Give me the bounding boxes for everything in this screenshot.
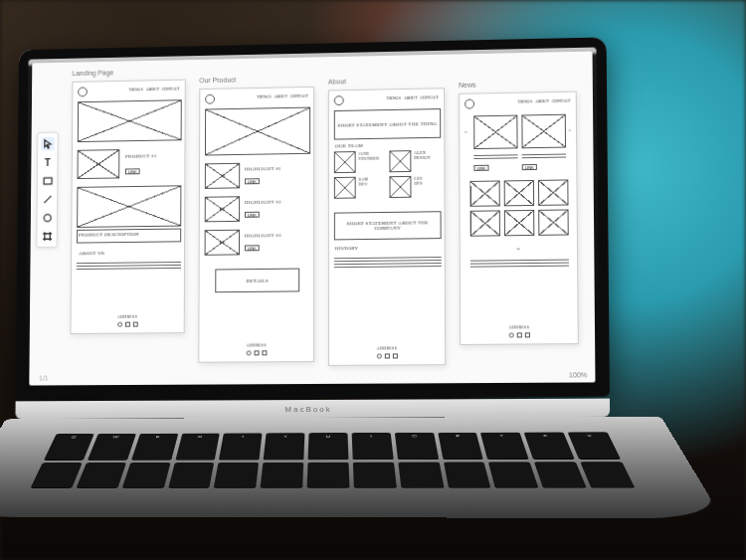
nav-item[interactable]: THINGS bbox=[257, 94, 271, 99]
text-tool[interactable]: T bbox=[41, 155, 55, 169]
square-icon bbox=[42, 175, 53, 186]
nav-item[interactable]: THINGS bbox=[386, 95, 401, 100]
nav-item[interactable]: THINGS bbox=[517, 98, 532, 103]
member-role: OPS bbox=[414, 181, 422, 186]
team-label: OUR TEAM bbox=[335, 143, 363, 148]
footer-label: ADDRESS bbox=[508, 324, 529, 329]
product-thumb bbox=[78, 149, 120, 179]
cta-button[interactable]: LINK bbox=[125, 168, 140, 174]
cta-button[interactable]: LINK bbox=[245, 212, 260, 218]
highlight-1: HIGHLIGHT #1 bbox=[245, 166, 281, 171]
hero-statement: SHORT STATEMENT ABOUT THE THING bbox=[337, 120, 437, 127]
news-tile bbox=[470, 210, 500, 236]
page-indicator: 1/1 bbox=[39, 375, 48, 382]
key bbox=[261, 463, 303, 488]
line-icon bbox=[42, 194, 53, 205]
news-grid bbox=[469, 179, 568, 236]
key: O bbox=[395, 433, 439, 460]
artboard-title-about: About bbox=[328, 78, 346, 85]
hero-statement-box: SHORT STATEMENT ABOUT THE THING bbox=[334, 108, 441, 140]
nav-item[interactable]: CONTACT bbox=[290, 93, 308, 98]
nav-about: THINGS ABOUT CONTACT bbox=[386, 94, 439, 100]
key bbox=[353, 463, 397, 488]
svg-rect-0 bbox=[44, 177, 52, 183]
details-box: DETAILS bbox=[215, 269, 299, 293]
team-member: LEEOPS bbox=[389, 175, 441, 198]
rect-tool[interactable] bbox=[41, 174, 55, 188]
footer-icons bbox=[329, 353, 445, 359]
team-member: ALEXDESIGN bbox=[389, 150, 441, 173]
artboard-news[interactable]: THINGS ABOUT CONTACT ← → LINK LINK bbox=[459, 92, 579, 345]
team-member: SAMDEV bbox=[334, 176, 386, 199]
footer-landing: ADDRESS bbox=[72, 303, 184, 327]
select-tool[interactable] bbox=[41, 137, 55, 151]
tool-palette: T bbox=[36, 132, 58, 248]
highlight-thumb bbox=[205, 230, 240, 256]
member-role: DESIGN bbox=[414, 155, 430, 160]
product-label: PRODUCT #1 bbox=[125, 153, 157, 158]
keyboard-deck: Q W E R T Y U I O P 7 8 9 bbox=[0, 417, 722, 518]
news-text-lines bbox=[522, 152, 567, 161]
nav-item[interactable]: ABOUT bbox=[404, 95, 418, 100]
zoom-level[interactable]: 100% bbox=[569, 371, 587, 378]
cta-button[interactable]: LINK bbox=[245, 178, 260, 184]
highlight-thumb bbox=[205, 196, 240, 222]
key: R bbox=[175, 434, 220, 461]
key bbox=[168, 463, 215, 488]
news-tile bbox=[469, 180, 499, 206]
key: Q bbox=[44, 434, 94, 461]
artboard-title-product: Our Product bbox=[199, 77, 236, 85]
details-label: DETAILS bbox=[247, 278, 269, 282]
artboard-product[interactable]: THINGS ABOUT CONTACT HIGHLIGHT #1 LINK H… bbox=[198, 87, 314, 363]
cta-button[interactable]: LINK bbox=[245, 245, 260, 251]
laptop: T Landing Page bbox=[14, 37, 632, 549]
nav-item[interactable]: ABOUT bbox=[274, 93, 287, 98]
footer-label: ADDRESS bbox=[246, 342, 266, 347]
footer-label: ADDRESS bbox=[377, 345, 397, 350]
artboard-title-landing: Landing Page bbox=[73, 69, 114, 77]
key bbox=[307, 463, 350, 488]
team-grid: JANEFOUNDER ALEXDESIGN SAMDEV LEEOPS bbox=[334, 150, 442, 199]
key: 8 bbox=[524, 433, 575, 460]
artboard-landing[interactable]: THINGS ABOUT CONTACT PRODUCT #1 LINK PRO… bbox=[70, 80, 185, 334]
history-label: HISTORY bbox=[335, 246, 358, 251]
highlight-thumb bbox=[205, 163, 240, 189]
keyboard-keys: Q W E R T Y U I O P 7 8 9 bbox=[31, 432, 636, 487]
line-tool[interactable] bbox=[41, 192, 55, 206]
app-canvas: T Landing Page bbox=[29, 52, 595, 386]
artboard-tool[interactable] bbox=[40, 229, 54, 243]
history-text-lines bbox=[334, 255, 442, 270]
footer-news: ADDRESS bbox=[461, 314, 578, 338]
footer-icons bbox=[72, 321, 184, 327]
key bbox=[488, 462, 538, 487]
company-statement-box: SHORT STATEMENT ABOUT THE COMPANY bbox=[334, 211, 442, 240]
nav-item[interactable]: ABOUT bbox=[146, 87, 159, 92]
key: U bbox=[308, 433, 349, 460]
carousel-next[interactable]: → bbox=[567, 128, 572, 133]
news-tile bbox=[504, 210, 534, 236]
cta-button[interactable]: LINK bbox=[473, 165, 488, 171]
device-label: MacBook bbox=[15, 399, 610, 420]
secondary-image-placeholder bbox=[77, 185, 181, 228]
nav-item[interactable]: CONTACT bbox=[552, 98, 571, 103]
about-label: ABOUT US bbox=[79, 251, 104, 256]
cta-button[interactable]: LINK bbox=[522, 164, 537, 170]
logo-placeholder bbox=[205, 94, 215, 104]
key: 7 bbox=[480, 433, 529, 460]
key bbox=[580, 462, 635, 487]
nav-item[interactable]: CONTACT bbox=[162, 87, 180, 92]
nav-item[interactable]: CONTACT bbox=[421, 94, 440, 99]
nav-item[interactable]: THINGS bbox=[128, 87, 142, 92]
nav-news: THINGS ABOUT CONTACT bbox=[517, 98, 571, 104]
key: E bbox=[131, 434, 178, 461]
artboard-about[interactable]: THINGS ABOUT CONTACT SHORT STATEMENT ABO… bbox=[328, 88, 446, 366]
carousel-prev[interactable]: ← bbox=[464, 129, 468, 134]
highlight-2: HIGHLIGHT #2 bbox=[245, 200, 281, 205]
cursor-icon bbox=[43, 138, 54, 149]
key bbox=[31, 463, 83, 488]
nav-item[interactable]: ABOUT bbox=[535, 98, 549, 103]
key: I bbox=[352, 433, 394, 460]
canvas[interactable]: Landing Page THINGS ABOUT CONTACT PRODUC… bbox=[62, 60, 589, 378]
expand-chevron[interactable]: ⌄ bbox=[461, 243, 577, 252]
circle-tool[interactable] bbox=[40, 211, 54, 225]
